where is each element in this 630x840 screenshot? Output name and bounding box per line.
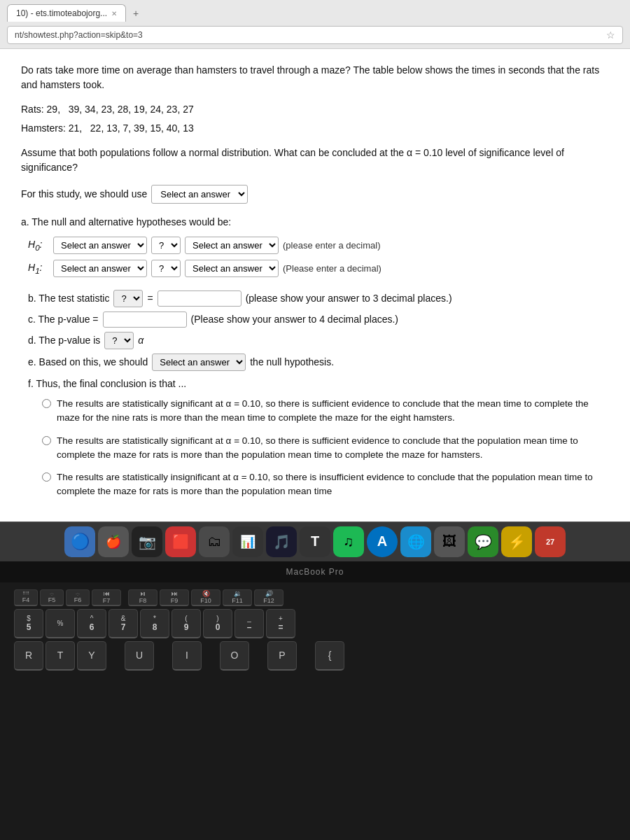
- h1-note: (Please enter a decimal): [283, 262, 382, 276]
- key-star-8[interactable]: * 8: [140, 609, 169, 638]
- page-content: Do rats take more time on average than h…: [0, 49, 630, 522]
- conclusion-text-3: The results are statistically insignific…: [57, 470, 609, 499]
- h1-select2[interactable]: Select an answer: [185, 260, 279, 277]
- key-percent[interactable]: %: [46, 609, 75, 638]
- dock-icon-chart[interactable]: 📊: [232, 526, 263, 557]
- section-e-label: e. Based on this, we should: [28, 355, 148, 370]
- conclusion-text-1: The results are statistically significan…: [57, 397, 609, 426]
- conclusion-radio-3[interactable]: [42, 472, 51, 482]
- new-tab-button[interactable]: +: [127, 5, 144, 22]
- dock-icon-music[interactable]: 🎵: [266, 526, 297, 557]
- key-plus[interactable]: + =: [266, 609, 295, 638]
- test-stat-input[interactable]: [158, 290, 241, 307]
- e-select[interactable]: Select an answer: [152, 354, 246, 371]
- test-stat-note: (please show your answer to 3 decimal pl…: [246, 291, 452, 306]
- conclusion-option-1: The results are statistically significan…: [42, 397, 609, 426]
- section-d-label: d. The p-value is: [28, 333, 100, 348]
- fn-key-f10[interactable]: 🔇 F10: [191, 589, 220, 606]
- macbook-label: MacBook Pro: [0, 561, 630, 582]
- key-u[interactable]: U: [125, 641, 154, 671]
- conclusion-option-3: The results are statistically insignific…: [42, 470, 609, 499]
- conclusion-option-2: The results are statistically significan…: [42, 434, 609, 463]
- fn-key-f7[interactable]: ⏮ F7: [92, 589, 121, 606]
- dock-icon-badge27[interactable]: 27: [535, 526, 566, 557]
- conclusion-radio-1[interactable]: [42, 399, 51, 408]
- hamsters-data: Hamsters: 21, 22, 13, 7, 39, 15, 40, 13: [21, 121, 609, 136]
- h1-label: H1:: [28, 260, 49, 276]
- conclusion-radio-2[interactable]: [42, 436, 51, 445]
- equals-sign: =: [147, 291, 153, 306]
- macos-dock: 🔵 🍎 📷 🟥 🗂 📊 🎵 T ♫ A 🌐 🖼 💬 ⚡ 27: [0, 522, 630, 561]
- dock-icon-photo[interactable]: 🖼: [434, 526, 465, 557]
- key-dollar-sign[interactable]: $ 5: [14, 609, 43, 638]
- tab-close-button[interactable]: ✕: [111, 10, 117, 18]
- key-paren-0[interactable]: ) 0: [203, 609, 232, 638]
- key-p[interactable]: P: [267, 641, 297, 671]
- key-r[interactable]: R: [14, 641, 43, 671]
- rats-data: Rats: 29, 39, 34, 23, 28, 19, 24, 23, 27: [21, 102, 609, 117]
- h0-row: H0: Select an answer ? Select an answer …: [21, 237, 609, 254]
- dock-icon-finder[interactable]: 🔵: [64, 526, 95, 557]
- fn-key-f6[interactable]: ·:· F6: [66, 589, 90, 606]
- h0-select1[interactable]: Select an answer: [53, 237, 147, 254]
- h0-question-select[interactable]: ?: [151, 237, 181, 254]
- key-amp-7[interactable]: & 7: [108, 609, 138, 638]
- fn-key-f4[interactable]: ⠿⠿ F4: [14, 589, 38, 606]
- dock-icon-camera[interactable]: 📷: [132, 526, 162, 557]
- dock-icon-t[interactable]: T: [300, 526, 330, 557]
- browser-chrome: 10) - ets.timoteabojorg... ✕ + nt/showte…: [0, 0, 630, 49]
- test-stat-row: b. The test statistic ? = (please show y…: [28, 290, 609, 307]
- h0-select2[interactable]: Select an answer: [185, 237, 279, 254]
- pvalue-row: c. The p-value = (Please show your answe…: [28, 312, 609, 328]
- fn-key-f9[interactable]: ⏭ F9: [160, 589, 189, 606]
- bookmark-icon[interactable]: ☆: [606, 29, 615, 41]
- study-prefix: For this study, we should use: [21, 187, 147, 202]
- dock-icon-bolt[interactable]: ⚡: [501, 526, 532, 557]
- url-text: nt/showtest.php?action=skip&to=3: [15, 30, 143, 40]
- key-i[interactable]: I: [172, 641, 202, 671]
- alpha-symbol: α: [138, 333, 144, 348]
- active-tab[interactable]: 10) - ets.timoteabojorg... ✕: [7, 4, 126, 22]
- dock-icon-a-circle[interactable]: A: [367, 526, 398, 557]
- section-b: b. The test statistic ? = (please show y…: [21, 290, 609, 371]
- section-a-label: a. The null and alternative hypotheses w…: [21, 215, 609, 230]
- study-row: For this study, we should use Select an …: [21, 185, 609, 204]
- h0-note: (please enter a decimal): [283, 239, 380, 253]
- h1-question-select[interactable]: ?: [151, 260, 181, 277]
- dock-icon-web[interactable]: 🌐: [400, 526, 431, 557]
- dock-icon-chat[interactable]: 💬: [468, 526, 498, 557]
- dock-icon-files[interactable]: 🗂: [199, 526, 230, 557]
- tab-label: 10) - ets.timoteabojorg...: [16, 8, 107, 18]
- key-o[interactable]: O: [220, 641, 249, 671]
- key-y[interactable]: Y: [77, 641, 106, 671]
- key-minus[interactable]: _ –: [234, 609, 264, 638]
- fn-key-f5[interactable]: ·:· F5: [40, 589, 64, 606]
- dock-icon-system[interactable]: 🍎: [98, 526, 129, 557]
- assume-text: Assume that both populations follow a no…: [21, 146, 609, 175]
- tab-bar: 10) - ets.timoteabojorg... ✕ +: [7, 4, 623, 22]
- section-c-label: c. The p-value =: [28, 312, 99, 327]
- dock-icon-red[interactable]: 🟥: [165, 526, 196, 557]
- fn-key-row: ⠿⠿ F4 ·:· F5 ·:· F6 ⏮ F7 ⏯ F8 ⏭ F9 🔇 F10: [14, 589, 616, 606]
- conclusion-options: The results are statistically significan…: [28, 397, 609, 499]
- fn-key-f8[interactable]: ⏯ F8: [128, 589, 158, 606]
- key-paren-9[interactable]: ( 9: [172, 609, 201, 638]
- pvalue-compare-select[interactable]: ?: [104, 332, 134, 349]
- h0-label: H0:: [28, 237, 49, 253]
- rats-label: Rats: 29,: [21, 104, 66, 115]
- address-bar[interactable]: nt/showtest.php?action=skip&to=3 ☆: [7, 26, 623, 44]
- test-stat-select[interactable]: ?: [113, 290, 143, 307]
- dock-icon-music2[interactable]: ♫: [333, 526, 364, 557]
- pvalue-compare-row: d. The p-value is ? α: [28, 332, 609, 349]
- h1-select1[interactable]: Select an answer: [53, 260, 147, 277]
- number-key-row: $ 5 % ^ 6 & 7 * 8 ( 9 ) 0 _ –: [14, 609, 616, 638]
- key-brace[interactable]: {: [315, 641, 344, 671]
- conclusion-row: e. Based on this, we should Select an an…: [28, 354, 609, 371]
- key-caret-6[interactable]: ^ 6: [77, 609, 106, 638]
- pvalue-input[interactable]: [103, 312, 187, 328]
- conclusion-text-2: The results are statistically significan…: [57, 434, 609, 463]
- fn-key-f11[interactable]: 🔉 F11: [223, 589, 252, 606]
- study-select[interactable]: Select an answer: [151, 185, 248, 204]
- key-t[interactable]: T: [46, 641, 75, 671]
- fn-key-f12[interactable]: 🔊 F12: [254, 589, 284, 606]
